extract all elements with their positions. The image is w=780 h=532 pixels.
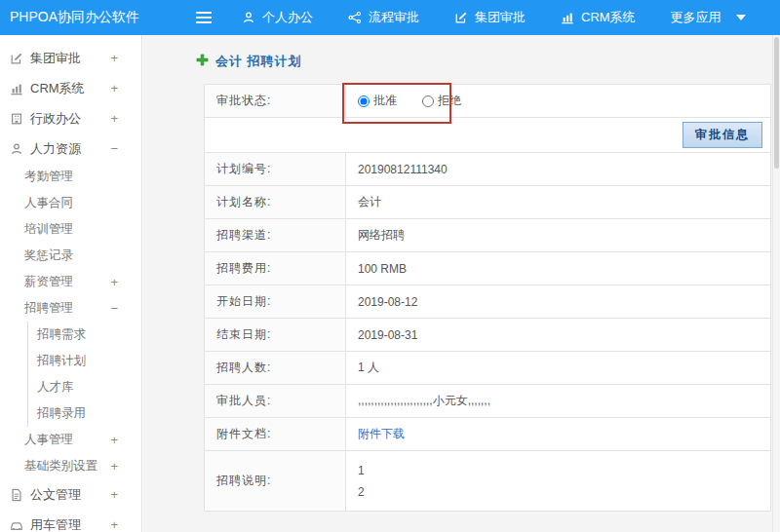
expand-toggle[interactable]: + — [110, 487, 118, 502]
nav-group-approval[interactable]: 集团审批 — [454, 9, 526, 26]
field-row-end-date: 结束日期: 2019-08-31 — [205, 319, 771, 352]
sidebar-item-salary[interactable]: 薪资管理 + — [0, 269, 141, 295]
topbar: PHPOA协同办公软件 个人办公 流程审批 集团审批 CRM系统 更多应用 — [0, 0, 780, 35]
sidebar-item-hr-contract[interactable]: 人事合同 — [0, 190, 141, 216]
field-row-cost: 招聘费用: 100 RMB — [205, 252, 771, 285]
field-row-start-date: 开始日期: 2019-08-12 — [205, 285, 771, 319]
recruit-plan-form: 审批状态: 批准 拒绝 审批信息 计划编号: — [204, 84, 771, 512]
page-title-row: 会计 招聘计划 — [143, 35, 772, 70]
radio-reject-label: 拒绝 — [438, 93, 461, 109]
radio-reject[interactable] — [422, 95, 434, 107]
sidebar-item-recruit-plan[interactable]: 招聘计划 — [28, 348, 141, 374]
approval-button-row: 审批信息 — [205, 118, 771, 153]
sidebar-item-rewards[interactable]: 奖惩记录 — [0, 243, 141, 269]
field-row-plan-number: 计划编号: 20190812111340 — [205, 153, 771, 186]
field-value: 2019-08-12 — [346, 285, 771, 319]
sidebar-item-human-resources[interactable]: 人力资源 − — [0, 133, 141, 164]
field-label: 开始日期: — [205, 285, 346, 319]
radio-approve-option[interactable]: 批准 — [358, 93, 397, 109]
sidebar-item-attendance[interactable]: 考勤管理 — [0, 164, 141, 190]
nav-crm-system[interactable]: CRM系统 — [561, 9, 636, 26]
main-content: 会计 招聘计划 审批状态: 批准 拒绝 审批信息 — [143, 35, 772, 532]
field-label: 招聘渠道: — [205, 219, 346, 252]
expand-toggle[interactable]: + — [110, 517, 118, 532]
sidebar-item-label: 奖惩记录 — [24, 247, 73, 264]
sidebar-item-group-approval[interactable]: 集团审批 + — [0, 43, 141, 73]
sidebar-item-vehicle[interactable]: 用车管理 + — [0, 510, 141, 532]
expand-toggle[interactable]: + — [110, 433, 118, 447]
collapse-toggle[interactable]: − — [110, 301, 118, 316]
attachment-download-link[interactable]: 附件下载 — [358, 427, 405, 440]
sidebar-item-base-categories[interactable]: 基础类别设置 + — [0, 453, 141, 479]
sidebar-item-label: 人才库 — [37, 379, 74, 396]
sidebar-item-label: 招聘需求 — [37, 326, 86, 343]
radio-approve[interactable] — [358, 95, 370, 107]
scrollbar-thumb[interactable] — [774, 37, 779, 169]
sidebar-item-label: CRM系统 — [30, 80, 85, 97]
hamburger-menu-icon[interactable] — [195, 11, 213, 24]
vertical-scrollbar[interactable] — [772, 35, 780, 532]
field-label: 招聘人数: — [205, 352, 346, 385]
expand-toggle[interactable]: + — [110, 111, 118, 126]
add-icon — [196, 54, 209, 69]
document-icon — [10, 488, 23, 502]
field-value: 1 2 — [346, 451, 771, 512]
sidebar-item-label: 招聘管理 — [24, 300, 73, 317]
radio-approve-label: 批准 — [373, 93, 397, 109]
nav-label: 流程审批 — [369, 9, 419, 26]
sidebar-item-training[interactable]: 培训管理 — [0, 216, 141, 243]
flow-icon — [348, 11, 362, 24]
field-label: 结束日期: — [205, 319, 346, 352]
sidebar-item-admin-office[interactable]: 行政办公 + — [0, 103, 141, 133]
person-icon — [242, 11, 255, 24]
sidebar-item-recruit-demand[interactable]: 招聘需求 — [28, 322, 141, 348]
field-value: 2019-08-31 — [346, 319, 771, 352]
field-value: 附件下载 — [346, 418, 771, 451]
expand-toggle[interactable]: + — [110, 459, 118, 474]
chevron-down-icon — [736, 15, 746, 20]
collapse-toggle[interactable]: − — [110, 141, 118, 156]
field-value: 网络招聘 — [346, 219, 771, 252]
car-icon — [10, 518, 23, 532]
expand-toggle[interactable]: + — [110, 275, 118, 289]
sidebar-item-label: 考勤管理 — [24, 169, 73, 185]
field-value: 1 人 — [346, 352, 771, 385]
app-logo: PHPOA协同办公软件 — [0, 9, 187, 26]
sidebar-item-recruit-hire[interactable]: 招聘录用 — [28, 400, 141, 427]
field-label: 计划编号: — [205, 153, 346, 186]
sidebar-item-documents[interactable]: 公文管理 + — [0, 479, 141, 510]
expand-toggle[interactable]: + — [110, 81, 118, 95]
field-value: ,,,,,,,,,,,,,,,,,,,,,,,小元女,,,,,,, — [346, 385, 771, 418]
nav-personal-office[interactable]: 个人办公 — [242, 9, 313, 26]
expand-toggle[interactable]: + — [110, 51, 118, 65]
sidebar-item-personnel[interactable]: 人事管理 + — [0, 427, 141, 453]
field-value: 批准 拒绝 — [346, 85, 771, 118]
recruitment-submenu: 招聘需求 招聘计划 人才库 招聘录用 — [27, 322, 141, 427]
nav-label: 集团审批 — [475, 9, 526, 26]
sidebar-item-label: 招聘计划 — [37, 353, 86, 369]
field-label: 附件文档: — [205, 418, 346, 451]
field-row-plan-name: 计划名称: 会计 — [205, 186, 771, 219]
field-row-description: 招聘说明: 1 2 — [205, 451, 771, 512]
field-value: 会计 — [346, 186, 771, 219]
approval-info-button[interactable]: 审批信息 — [682, 122, 762, 148]
sidebar-item-label: 行政办公 — [30, 110, 81, 128]
nav-more-apps[interactable]: 更多应用 — [671, 9, 746, 26]
field-label: 计划名称: — [205, 186, 346, 219]
description-line: 2 — [358, 481, 759, 503]
sidebar-item-label: 培训管理 — [24, 221, 73, 238]
sidebar-item-label: 用车管理 — [30, 516, 81, 532]
sidebar-item-label: 基础类别设置 — [24, 458, 98, 475]
sidebar-item-crm[interactable]: CRM系统 + — [0, 73, 141, 103]
sidebar-item-label: 人事合同 — [24, 195, 73, 211]
nav-process-approval[interactable]: 流程审批 — [348, 9, 419, 26]
radio-reject-option[interactable]: 拒绝 — [422, 93, 461, 109]
edit-icon — [454, 11, 468, 24]
field-value: 100 RMB — [346, 252, 771, 285]
sidebar-item-label: 公文管理 — [30, 486, 81, 504]
sidebar-item-recruitment[interactable]: 招聘管理 − — [0, 295, 141, 322]
sidebar-item-talent-pool[interactable]: 人才库 — [28, 374, 141, 400]
sidebar-item-label: 薪资管理 — [24, 274, 73, 290]
field-value: 20190812111340 — [346, 153, 771, 186]
field-label: 审批人员: — [205, 385, 346, 418]
